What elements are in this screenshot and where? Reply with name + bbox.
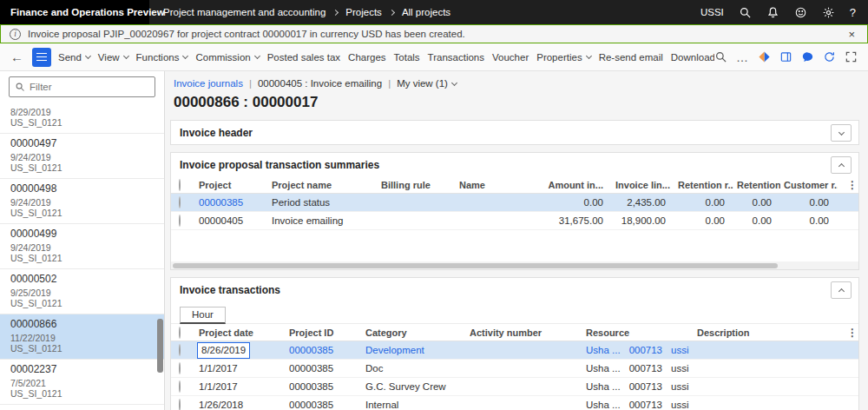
list-item-selected[interactable]: 00000866 11/22/2019 US_SI_0121 bbox=[0, 314, 164, 360]
cell-resource[interactable]: Usha ... 000713 ussi bbox=[582, 400, 694, 410]
resource-id[interactable]: 000713 bbox=[629, 381, 662, 392]
row-select-circle[interactable] bbox=[179, 215, 181, 227]
resource-id[interactable]: 000713 bbox=[629, 363, 662, 374]
tab-hour[interactable]: Hour bbox=[180, 307, 226, 324]
list-item[interactable]: 00002237 7/5/2021 US_SI_0121 bbox=[0, 360, 164, 405]
transactions-row[interactable]: 1/26/2018 00000385 Internal Usha ... 000… bbox=[171, 396, 858, 410]
col-activity-number[interactable]: Activity number bbox=[466, 327, 582, 338]
cell-project-name[interactable]: Period status bbox=[268, 197, 378, 208]
task-pane-icon[interactable] bbox=[779, 50, 792, 63]
breadcrumb-area[interactable]: Projects bbox=[345, 7, 382, 17]
hamburger-menu-button[interactable] bbox=[32, 48, 51, 67]
select-all-circle[interactable] bbox=[179, 179, 181, 191]
cell-invoice-line[interactable]: 18,900.00 bbox=[612, 215, 674, 226]
resource-company[interactable]: ussi bbox=[671, 345, 688, 355]
cell-project-name[interactable]: Invoice emailing bbox=[268, 215, 378, 226]
summaries-row[interactable]: 00000405 Invoice emailing 31,675.00 18,9… bbox=[171, 212, 858, 230]
cell-amount-invoiced[interactable]: 0.00 bbox=[532, 197, 612, 208]
list-item[interactable]: 00000498 9/24/2019 US_SI_0121 bbox=[0, 179, 164, 224]
menu-properties[interactable]: Properties bbox=[536, 52, 590, 63]
cell-project-id[interactable]: 00000385 bbox=[286, 363, 362, 374]
close-icon[interactable]: × bbox=[845, 28, 858, 41]
button-charges[interactable]: Charges bbox=[348, 52, 385, 63]
transactions-row-selected[interactable]: 8/26/2019 00000385 Development Usha ... … bbox=[171, 341, 858, 360]
resource-name[interactable]: Usha ... bbox=[586, 345, 621, 355]
col-invoice-line[interactable]: Invoice lin... bbox=[612, 180, 674, 190]
cell-category[interactable]: Development bbox=[362, 345, 466, 355]
cell-category[interactable]: G.C. Survey Crew bbox=[362, 381, 466, 392]
breadcrumb-page[interactable]: All projects bbox=[402, 7, 450, 17]
cell-resource[interactable]: Usha ... 000713 ussi bbox=[582, 381, 694, 392]
menu-send[interactable]: Send bbox=[58, 52, 90, 63]
cell-retention-rule[interactable]: 0.00 bbox=[674, 215, 733, 226]
col-project-name[interactable]: Project name bbox=[268, 180, 378, 190]
cell-resource[interactable]: Usha ... 000713 ussi bbox=[582, 345, 694, 355]
cell-project-date[interactable]: 1/26/2018 bbox=[195, 400, 286, 410]
list-item[interactable]: 00000499 9/24/2019 US_SI_0121 bbox=[0, 224, 164, 269]
col-billing-rule[interactable]: Billing rule bbox=[378, 180, 456, 190]
cell-retention-rule[interactable]: 0.00 bbox=[674, 197, 733, 208]
resource-company[interactable]: ussi bbox=[671, 400, 688, 410]
button-transactions[interactable]: Transactions bbox=[428, 52, 484, 63]
cell-project-id[interactable]: 00000385 bbox=[286, 381, 362, 392]
row-select-circle[interactable] bbox=[179, 380, 181, 393]
fullscreen-icon[interactable] bbox=[845, 50, 858, 63]
refresh-icon[interactable] bbox=[823, 50, 836, 63]
row-select-circle[interactable] bbox=[179, 362, 181, 374]
resource-company[interactable]: ussi bbox=[671, 363, 688, 374]
cell-project-id[interactable]: 00000385 bbox=[286, 345, 362, 355]
invoice-header-title[interactable]: Invoice header bbox=[171, 121, 858, 144]
chat-bubble-icon[interactable] bbox=[801, 50, 814, 63]
col-project-id[interactable]: Project ID bbox=[286, 327, 362, 338]
resource-name[interactable]: Usha ... bbox=[586, 400, 621, 410]
search-icon[interactable] bbox=[739, 6, 752, 19]
company-picker[interactable]: USSI bbox=[700, 7, 724, 17]
button-totals[interactable]: Totals bbox=[394, 52, 420, 63]
horizontal-scrollbar[interactable] bbox=[171, 261, 858, 269]
col-project-date[interactable]: Project date bbox=[195, 327, 286, 338]
col-retention-rule[interactable]: Retention r... bbox=[674, 180, 733, 190]
scrollbar-thumb[interactable] bbox=[157, 319, 163, 373]
cell-customer-retention[interactable]: 0.00 bbox=[780, 215, 838, 226]
cell-category[interactable]: Doc bbox=[362, 363, 466, 374]
row-select-circle[interactable] bbox=[179, 399, 181, 410]
list-item[interactable]: 00002238 bbox=[0, 405, 164, 410]
menu-view[interactable]: View bbox=[98, 52, 128, 63]
scrollbar-thumb[interactable] bbox=[173, 263, 778, 268]
summaries-row-selected[interactable]: 00000385 Period status 0.00 2,435.00 0.0… bbox=[171, 194, 858, 212]
feedback-smiley-icon[interactable] bbox=[794, 6, 807, 19]
transactions-title[interactable]: Invoice transactions bbox=[171, 278, 858, 301]
resource-id[interactable]: 000713 bbox=[629, 345, 662, 355]
cell-project-date[interactable]: 1/1/2017 bbox=[195, 363, 286, 374]
transactions-row[interactable]: 1/1/2017 00000385 Doc Usha ... 000713 us… bbox=[171, 360, 858, 378]
select-all-circle[interactable] bbox=[179, 327, 181, 339]
col-resource[interactable]: Resource bbox=[582, 327, 694, 338]
search-icon[interactable] bbox=[714, 50, 727, 63]
copilot-icon[interactable] bbox=[758, 50, 771, 63]
list-item[interactable]: 8/29/2019 US_SI_0121 bbox=[0, 102, 164, 134]
grid-options-icon[interactable]: ⋮ bbox=[846, 179, 858, 191]
col-description[interactable]: Description bbox=[694, 327, 846, 338]
filter-input[interactable] bbox=[30, 82, 149, 92]
button-download-attachments[interactable]: Download attachments bbox=[671, 52, 714, 63]
button-resend-email[interactable]: Re-send email bbox=[599, 52, 663, 63]
resource-id[interactable]: 000713 bbox=[629, 400, 662, 410]
cell-invoice-line[interactable]: 2,435.00 bbox=[612, 197, 674, 208]
more-options-button[interactable]: … bbox=[736, 53, 749, 62]
cell-project-date-focused[interactable]: 8/26/2019 bbox=[197, 342, 250, 359]
col-customer-retention[interactable]: Customer r... bbox=[780, 180, 838, 190]
expand-section-button[interactable] bbox=[831, 124, 852, 142]
settings-gear-icon[interactable] bbox=[822, 6, 835, 19]
col-project[interactable]: Project bbox=[195, 180, 268, 190]
notifications-bell-icon[interactable] bbox=[766, 6, 779, 19]
cell-retention[interactable]: 0.00 bbox=[733, 197, 780, 208]
cell-category[interactable]: Internal bbox=[362, 400, 466, 410]
cell-project[interactable]: 00000385 bbox=[195, 197, 268, 208]
grid-options-icon[interactable]: ⋮ bbox=[846, 327, 858, 339]
button-voucher[interactable]: Voucher bbox=[492, 52, 529, 63]
help-icon[interactable]: ? bbox=[850, 6, 856, 19]
collapse-section-button[interactable] bbox=[831, 156, 852, 174]
list-item[interactable]: 00000497 9/24/2019 US_SI_0121 bbox=[0, 134, 164, 179]
cell-project[interactable]: 00000405 bbox=[195, 215, 268, 226]
resource-name[interactable]: Usha ... bbox=[586, 381, 621, 392]
